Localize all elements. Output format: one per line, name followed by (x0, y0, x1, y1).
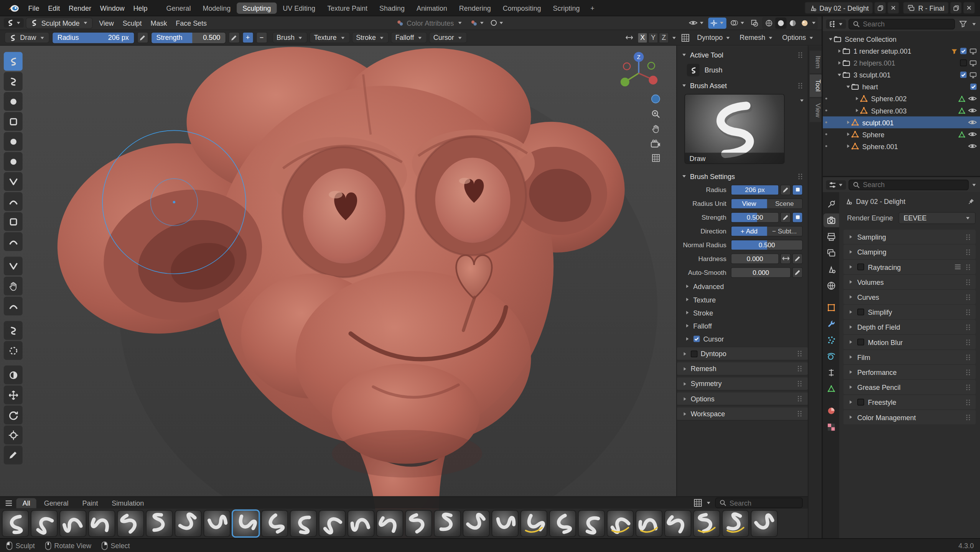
outliner-search[interactable] (848, 18, 955, 29)
brush-thumbnail[interactable] (146, 510, 173, 537)
mirror-y-button[interactable]: Y (648, 32, 658, 43)
brush-thumbnail[interactable] (693, 510, 720, 537)
brush-thumbnail[interactable] (175, 510, 201, 537)
monitor-icon[interactable] (969, 59, 977, 67)
strength-pressure-button[interactable] (228, 32, 239, 43)
outliner-row-3-sculpt-001[interactable]: 3 sculpt.001 (823, 69, 980, 81)
blender-menu-button[interactable] (5, 2, 21, 14)
brush-thumbnail[interactable] (434, 510, 461, 537)
popover-texture[interactable]: Texture (310, 32, 350, 43)
menu-window[interactable]: Window (96, 2, 129, 13)
subpanel-cursor[interactable]: Cursor (677, 332, 808, 345)
brush-settings-panel-header[interactable]: Brush Settings (677, 169, 808, 184)
checkbox-on-icon[interactable] (960, 71, 967, 78)
section-sampling[interactable]: Sampling (843, 230, 975, 244)
slider-strength[interactable]: 0.500 (731, 212, 779, 223)
mesh-data-icon[interactable] (958, 95, 966, 102)
active-tool-panel-header[interactable]: Active Tool (677, 48, 808, 62)
eye-icon[interactable] (968, 107, 977, 114)
toolbar-rotate-button[interactable] (4, 406, 23, 424)
brush-asset-dropdown[interactable] (799, 98, 805, 104)
orthographic-grid-icon[interactable] (652, 154, 660, 162)
subpanel-texture[interactable]: Texture (677, 293, 808, 306)
brush-thumbnail[interactable] (578, 510, 605, 537)
section-volumes[interactable]: Volumes (843, 275, 975, 289)
props-tab-scene[interactable] (823, 262, 839, 276)
section-freestyle[interactable]: Freestyle (843, 395, 975, 409)
outliner-row-2-helpers-001[interactable]: 2 helpers.001 (823, 57, 980, 69)
subpanel-stroke[interactable]: Stroke (677, 306, 808, 319)
unlink-scene-button[interactable] (888, 2, 899, 14)
remove-view-layer-button[interactable] (963, 2, 975, 14)
pan-hand-icon[interactable] (652, 125, 660, 133)
checkbox-off-icon[interactable] (857, 263, 864, 270)
brush-thumbnail[interactable] (290, 510, 317, 537)
menu-render[interactable]: Render (64, 2, 96, 13)
section-raytracing[interactable]: Raytracing (843, 260, 975, 274)
toolbar-flatten-button[interactable] (4, 212, 23, 231)
slider-normal-radius[interactable]: 0.500 (731, 239, 803, 250)
mirror-x-button[interactable]: X (637, 32, 647, 43)
outliner-row-1-render-setup-001[interactable]: 1 render setup.001 (823, 45, 980, 57)
subpanel-falloff[interactable]: Falloff (677, 319, 808, 332)
props-tab-physics[interactable] (823, 349, 839, 363)
panel-options[interactable]: Options (677, 392, 808, 406)
brush-thumbnail[interactable] (520, 510, 547, 537)
mirror-z-button[interactable]: Z (659, 32, 669, 43)
color-attributes-dropdown[interactable]: Color Attributes (392, 19, 466, 27)
brush-thumbnail[interactable] (376, 510, 403, 537)
checkbox-off-icon[interactable] (857, 338, 864, 345)
popover-cursor[interactable]: Cursor (429, 32, 467, 43)
dyntopo-popover[interactable]: Dyntopo (694, 34, 734, 41)
properties-search[interactable] (848, 179, 968, 190)
region-tab-tool[interactable]: Tool (810, 75, 822, 97)
option-add[interactable]: + Add (731, 226, 767, 235)
toolbar-clay-strips-button[interactable] (4, 112, 23, 131)
workspace-tab-uv-editing[interactable]: UV Editing (277, 2, 321, 13)
props-tab-constraints[interactable] (823, 365, 839, 379)
option-view[interactable]: View (731, 199, 767, 208)
toolbar-draw-face-sets-button[interactable] (4, 365, 23, 384)
shelf-tab-paint[interactable]: Paint (76, 498, 104, 508)
viewport-3d[interactable]: Z (0, 46, 822, 538)
section-curves[interactable]: Curves (843, 290, 975, 304)
toolbar-crease-button[interactable] (4, 172, 23, 191)
pin-icon[interactable] (968, 199, 974, 205)
options-popover[interactable]: Options (779, 34, 817, 41)
section-clamping[interactable]: Clamping (843, 245, 975, 259)
shelf-search-input[interactable] (730, 499, 799, 507)
eye-icon[interactable] (968, 95, 977, 102)
properties-search-input[interactable] (863, 181, 964, 189)
brush-thumbnail[interactable] (492, 510, 519, 537)
subpanel-advanced[interactable]: Advanced (677, 280, 808, 293)
overlays-toggle[interactable] (728, 17, 747, 28)
new-scene-button[interactable] (875, 2, 886, 14)
visibility-dropdown[interactable] (687, 17, 707, 28)
brush-thumbnail[interactable] (232, 510, 259, 537)
radius-pressure-button[interactable] (137, 32, 148, 43)
option-subt[interactable]: − Subt... (767, 226, 802, 235)
props-tab-texture[interactable] (823, 420, 839, 434)
brush-thumbnail[interactable] (463, 510, 489, 537)
props-tab-render[interactable] (823, 214, 839, 227)
checkbox-off-icon[interactable] (857, 309, 864, 315)
shelf-tab-simulation[interactable]: Simulation (105, 498, 150, 508)
outliner-row-sphere-001[interactable]: Sphere.001 (823, 140, 980, 152)
outliner-row-sphere[interactable]: Sphere (823, 128, 980, 140)
popover-stroke[interactable]: Stroke (352, 32, 389, 43)
toolbar-smooth-button[interactable] (4, 192, 23, 211)
menu-view[interactable]: View (95, 18, 118, 28)
menu-face-sets[interactable]: Face Sets (171, 18, 211, 28)
outliner-filter-icon[interactable] (957, 18, 968, 29)
props-tab-view-layer[interactable] (823, 246, 839, 260)
brush-thumbnail[interactable] (204, 510, 231, 537)
workspace-tab-texture-paint[interactable]: Texture Paint (321, 2, 373, 13)
toolbar-move-button[interactable] (4, 386, 23, 404)
toolbar-pinch-button[interactable] (4, 256, 23, 275)
monitor-icon[interactable] (969, 71, 977, 79)
menu-help[interactable]: Help (129, 2, 152, 13)
monitor-icon[interactable] (969, 47, 977, 55)
brush-thumbnail[interactable] (348, 510, 374, 537)
props-tab-object[interactable] (823, 301, 839, 314)
unified-button[interactable] (792, 212, 803, 223)
